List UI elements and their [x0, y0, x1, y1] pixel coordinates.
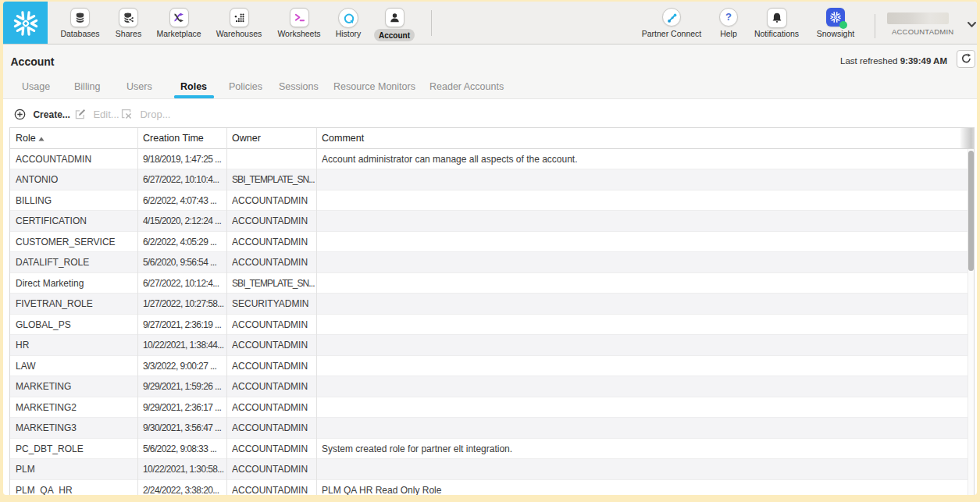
svg-text:?: ? [725, 11, 732, 23]
